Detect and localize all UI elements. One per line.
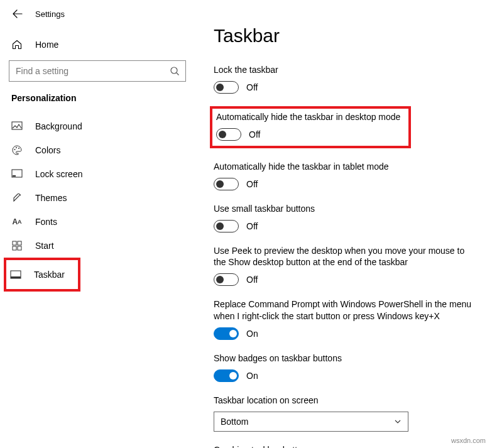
setting-label: Show badges on taskbar buttons (214, 352, 477, 364)
lockscreen-icon (11, 168, 23, 180)
setting-label: Use small taskbar buttons (214, 203, 477, 215)
toggle-badges[interactable] (214, 369, 239, 382)
setting-label: Use Peek to preview the desktop when you… (214, 245, 477, 269)
start-icon (11, 240, 23, 251)
sidebar-item-label: Start (35, 241, 54, 251)
search-input[interactable] (9, 60, 186, 82)
watermark: wsxdn.com (451, 437, 486, 444)
sidebar-item-label: Colors (35, 145, 60, 155)
back-button[interactable] (11, 8, 24, 20)
taskbar-icon (10, 269, 21, 280)
setting-combine: Combine taskbar buttons (214, 444, 477, 448)
svg-rect-9 (13, 246, 16, 250)
svg-rect-1 (12, 122, 22, 129)
setting-location: Taskbar location on screen Bottom (214, 395, 477, 432)
setting-label: Taskbar location on screen (214, 395, 477, 407)
settings-main: Taskbar Lock the taskbar Off Automatical… (195, 0, 492, 448)
setting-powershell: Replace Command Prompt with Windows Powe… (214, 298, 477, 340)
fonts-icon: AA (11, 216, 23, 227)
sidebar-item-themes[interactable]: Themes (8, 186, 187, 210)
toggle-powershell[interactable] (214, 327, 239, 340)
themes-icon (11, 192, 23, 204)
svg-rect-12 (11, 276, 21, 278)
svg-point-0 (171, 67, 177, 74)
toggle-small-buttons[interactable] (214, 220, 239, 232)
setting-small-buttons: Use small taskbar buttons Off (214, 203, 477, 232)
toggle-state: Off (246, 179, 258, 189)
page-title: Taskbar (214, 25, 477, 46)
sidebar-item-colors[interactable]: Colors (8, 138, 187, 162)
toggle-state: Off (249, 129, 260, 139)
image-icon (11, 121, 23, 132)
sidebar-item-label: Lock screen (35, 169, 82, 179)
setting-lock-taskbar: Lock the taskbar Off (214, 64, 477, 94)
svg-rect-6 (13, 175, 16, 177)
sidebar-item-label: Themes (35, 193, 67, 203)
sidebar-item-label: Fonts (35, 217, 57, 227)
sidebar-item-start[interactable]: Start (8, 234, 187, 258)
toggle-state: Off (246, 275, 258, 285)
setting-label: Automatically hide the taskbar in tablet… (214, 161, 477, 173)
toggle-state: Off (246, 82, 258, 92)
select-taskbar-location[interactable]: Bottom (214, 412, 408, 432)
sidebar-item-background[interactable]: Background (8, 114, 187, 138)
svg-rect-10 (18, 246, 21, 250)
sidebar-item-taskbar[interactable]: Taskbar (4, 258, 80, 292)
home-nav[interactable]: Home (8, 33, 187, 60)
search-icon[interactable] (170, 66, 180, 76)
sidebar-item-fonts[interactable]: AA Fonts (8, 210, 187, 234)
svg-rect-8 (18, 241, 21, 245)
setting-label: Combine taskbar buttons (214, 444, 477, 448)
svg-rect-7 (13, 241, 16, 245)
settings-sidebar: Settings Home Personalization Background (0, 0, 195, 448)
sidebar-item-label: Background (35, 121, 82, 131)
setting-label: Automatically hide the taskbar in deskto… (216, 111, 405, 123)
svg-point-3 (16, 147, 17, 148)
setting-peek: Use Peek to preview the desktop when you… (214, 245, 477, 287)
select-value: Bottom (221, 417, 248, 427)
toggle-autohide-tablet[interactable] (214, 178, 239, 190)
arrow-left-icon (13, 9, 23, 19)
toggle-lock-taskbar[interactable] (214, 81, 239, 94)
sidebar-item-label: Taskbar (34, 270, 65, 280)
setting-label: Lock the taskbar (214, 64, 477, 76)
home-icon (11, 39, 23, 50)
setting-label: Replace Command Prompt with Windows Powe… (214, 298, 477, 322)
toggle-state: Off (246, 221, 258, 231)
svg-point-4 (18, 148, 19, 149)
setting-autohide-tablet: Automatically hide the taskbar in tablet… (214, 161, 477, 190)
palette-icon (11, 145, 23, 156)
toggle-state: On (246, 371, 258, 381)
sidebar-section-title: Personalization (8, 93, 187, 109)
app-title: Settings (35, 9, 65, 19)
sidebar-item-lockscreen[interactable]: Lock screen (8, 162, 187, 186)
chevron-down-icon (394, 418, 402, 425)
setting-autohide-desktop: Automatically hide the taskbar in deskto… (210, 106, 411, 148)
setting-badges: Show badges on taskbar buttons On (214, 352, 477, 382)
toggle-peek[interactable] (214, 273, 239, 286)
svg-point-2 (14, 149, 16, 150)
toggle-state: On (246, 329, 258, 339)
toggle-autohide-desktop[interactable] (216, 128, 241, 141)
home-label: Home (35, 40, 58, 50)
window-header: Settings (8, 5, 187, 33)
sidebar-nav: Background Colors Lock screen Themes (8, 114, 187, 292)
search-row (9, 60, 186, 82)
